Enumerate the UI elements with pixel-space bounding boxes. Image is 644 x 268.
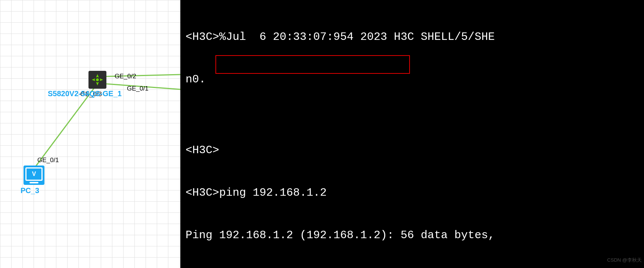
port-label-ge02: GE_0/2 [115, 73, 136, 80]
terminal-line: <H3C>ping 192.168.1.2 [186, 186, 640, 200]
topology-pane[interactable]: GE_0/2 GE_0/1 GE_0/3 S5820V2-54QS-GE_1 G… [0, 0, 182, 268]
link-ge03 [35, 88, 94, 167]
pc-screen-letter: V [32, 171, 36, 177]
switch-label: S5820V2-54QS-GE_1 [48, 89, 122, 98]
terminal-line: n0. [186, 72, 640, 86]
svg-point-0 [96, 78, 99, 81]
pc-base-icon [29, 182, 38, 183]
terminal-pane[interactable]: <H3C>%Jul 6 20:33:07:954 2023 H3C SHELL/… [182, 0, 644, 268]
switch-icon [90, 73, 105, 87]
port-label-pc-ge01: GE_0/1 [37, 157, 59, 164]
pc-node[interactable]: V [24, 165, 44, 185]
terminal-line: <H3C>%Jul 6 20:33:07:954 2023 H3C SHELL/… [186, 30, 640, 44]
pc-monitor-icon: V [25, 167, 43, 181]
topology-links [0, 0, 180, 268]
terminal-line: <H3C> [186, 143, 640, 157]
app-root: GE_0/2 GE_0/1 GE_0/3 S5820V2-54QS-GE_1 G… [0, 0, 644, 268]
watermark: CSDN @李秋天 [607, 253, 642, 267]
command-highlight-box [215, 55, 410, 74]
switch-node[interactable] [88, 71, 106, 89]
terminal-line: Ping 192.168.1.2 (192.168.1.2): 56 data … [186, 228, 640, 242]
port-label-ge01: GE_0/1 [127, 85, 149, 92]
pc-label: PC_3 [21, 186, 39, 195]
